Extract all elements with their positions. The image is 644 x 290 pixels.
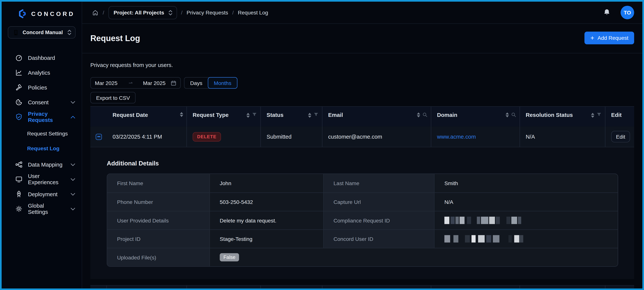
detail-label: First Name	[107, 174, 210, 192]
chevron-up-down-icon	[168, 9, 172, 15]
column-header-edit: Edit	[605, 107, 634, 126]
sidebar-item-deployment[interactable]: Deployment	[2, 187, 82, 202]
sidebar-item-label: Request Settings	[27, 130, 68, 137]
sidebar-item-label: Privacy Requests	[28, 111, 65, 123]
sidebar-item-request-log[interactable]: Request Log	[2, 141, 82, 156]
granularity-toggle: Days Months	[184, 77, 238, 88]
sidebar-item-global-settings[interactable]: Global Settings	[2, 202, 82, 216]
sidebar-item-label: Consent	[28, 99, 65, 105]
cell-domain: www.acme.com	[431, 126, 520, 147]
gear-icon	[15, 205, 22, 213]
date-range-end[interactable]: Mar 2025	[143, 80, 166, 86]
detail-label: Project ID	[107, 229, 210, 248]
content-column: / Project: All Projects / Privacy Reques…	[82, 2, 642, 289]
breadcrumb-privacy-requests[interactable]: Privacy Requests	[187, 9, 228, 15]
cell-edit: Edit	[605, 126, 634, 147]
sidebar-item-consent[interactable]: Consent	[2, 95, 82, 110]
sidebar-item-dashboard[interactable]: Dashboard	[2, 50, 82, 65]
chevron-up-down-icon	[68, 30, 72, 35]
user-avatar[interactable]: TO	[620, 6, 634, 19]
column-header-status[interactable]: Status	[261, 107, 322, 126]
toggle-days[interactable]: Days	[184, 77, 208, 88]
cell-request-type: DELETE	[187, 126, 261, 147]
redacted-value	[444, 235, 523, 243]
column-header-domain[interactable]: Domain	[431, 107, 520, 126]
detail-value-concord-user-id	[434, 229, 618, 248]
sidebar-nav: Dashboard Analytics Policies	[2, 50, 82, 216]
breadcrumb-request-log[interactable]: Request Log	[238, 9, 268, 15]
shield-check-icon	[15, 113, 22, 121]
breadcrumb-separator: /	[181, 9, 182, 15]
breadcrumb-separator: /	[232, 9, 234, 15]
sidebar-item-analytics[interactable]: Analytics	[2, 65, 82, 80]
detail-value-project-id: Stage-Testing	[210, 229, 324, 248]
export-csv-button[interactable]: Export to CSV	[90, 92, 136, 103]
plus-icon: +	[590, 35, 594, 41]
building-icon	[13, 29, 19, 35]
collapse-row-button[interactable]	[96, 134, 102, 140]
uploaded-files-badge: False	[220, 253, 239, 262]
detail-value-first-name: John	[210, 174, 324, 192]
sidebar-item-user-experiences[interactable]: User Experiences	[2, 172, 82, 187]
sort-icon[interactable]	[246, 113, 250, 118]
add-request-button[interactable]: + Add Request	[585, 31, 634, 44]
sidebar-item-data-mapping[interactable]: Data Mapping	[2, 157, 82, 172]
cookie-icon	[15, 98, 22, 106]
cell-email: customer@acme.com	[322, 126, 431, 147]
date-range-picker[interactable]: Mar 2025 ⇀ Mar 2025	[90, 77, 180, 88]
sort-icon[interactable]	[506, 112, 509, 117]
notifications-bell-icon[interactable]	[603, 9, 611, 16]
domain-link[interactable]: www.acme.com	[437, 134, 476, 140]
sidebar-item-label: User Experiences	[28, 173, 65, 186]
column-header-request-date[interactable]: Request Date	[107, 107, 187, 126]
brand-logo: CONCORD	[2, 2, 82, 20]
column-label: Email	[328, 111, 414, 118]
column-header-resolution-status[interactable]: Resolution Status	[520, 107, 605, 126]
table-row: 03/22/2025 4:11 PM DELETE Submitted cust…	[90, 126, 634, 147]
column-label: Edit	[611, 111, 631, 118]
sort-icon[interactable]	[591, 113, 594, 118]
monitor-icon	[15, 176, 22, 183]
chevron-down-icon	[70, 101, 75, 104]
delete-type-badge: DELETE	[193, 132, 221, 141]
column-label: Request Type	[193, 111, 244, 118]
column-label: Resolution Status	[526, 111, 588, 118]
main-content: Request Log + Add Request Privacy reques…	[82, 24, 642, 289]
sort-icon[interactable]	[417, 112, 420, 117]
sidebar: CONCORD Concord Manual ... Dashboard	[2, 2, 82, 289]
concord-logo-icon	[17, 9, 28, 19]
date-range-start[interactable]: Mar 2025	[95, 80, 117, 86]
table-header-row: Request Date Request Type Status	[90, 106, 634, 126]
detail-value-compliance-request-id	[434, 211, 618, 229]
page-title: Request Log	[90, 32, 140, 44]
gavel-icon	[15, 84, 22, 91]
filter-icon[interactable]	[313, 112, 318, 119]
column-header-email[interactable]: Email	[322, 107, 431, 126]
organization-selector[interactable]: Concord Manual ...	[8, 26, 76, 39]
next-table-row-partial	[90, 285, 634, 289]
toggle-months[interactable]: Months	[208, 77, 238, 88]
search-icon[interactable]	[422, 112, 428, 117]
sidebar-item-label: Request Log	[27, 145, 59, 151]
sidebar-item-label: Policies	[28, 84, 75, 91]
sidebar-item-policies[interactable]: Policies	[2, 80, 82, 95]
sidebar-item-request-settings[interactable]: Request Settings	[2, 126, 82, 141]
search-icon[interactable]	[511, 112, 516, 117]
calendar-icon[interactable]	[170, 80, 177, 86]
column-label: Request Date	[112, 111, 178, 118]
sidebar-item-privacy-requests[interactable]: Privacy Requests	[2, 110, 82, 124]
page-header: Request Log + Add Request	[82, 24, 642, 44]
edit-button[interactable]: Edit	[611, 131, 630, 142]
additional-details-table: First Name John Last Name Smith Phone Nu…	[107, 174, 618, 267]
filter-icon[interactable]	[596, 112, 602, 119]
filter-icon[interactable]	[252, 112, 257, 119]
detail-label: Last Name	[324, 174, 435, 192]
organization-selector-label: Concord Manual ...	[22, 30, 64, 35]
sort-icon[interactable]	[180, 112, 183, 117]
detail-value-capture-url: N/A	[434, 192, 618, 211]
home-icon[interactable]	[92, 9, 98, 16]
column-header-request-type[interactable]: Request Type	[187, 107, 261, 126]
brand-name: CONCORD	[31, 10, 75, 17]
project-selector[interactable]: Project: All Projects	[108, 6, 177, 19]
sort-icon[interactable]	[308, 113, 312, 118]
